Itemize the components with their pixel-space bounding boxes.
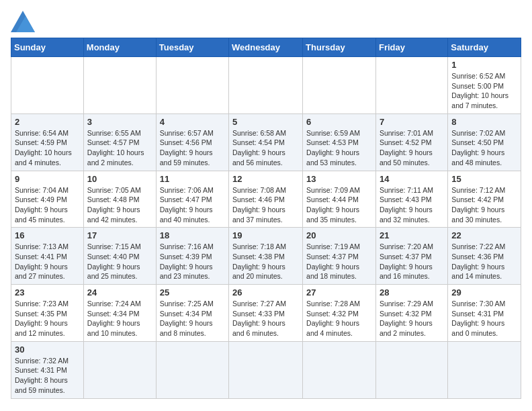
day-number: 17 [87, 230, 152, 240]
day-info: Sunrise: 7:30 AM Sunset: 4:31 PM Dayligh… [451, 299, 517, 338]
calendar-cell: 12Sunrise: 7:08 AM Sunset: 4:46 PM Dayli… [229, 171, 303, 228]
calendar-cell [375, 57, 447, 114]
calendar-cell [229, 57, 303, 114]
day-number: 16 [15, 230, 80, 240]
day-info: Sunrise: 7:08 AM Sunset: 4:46 PM Dayligh… [232, 185, 299, 225]
day-info: Sunrise: 6:58 AM Sunset: 4:54 PM Dayligh… [232, 128, 299, 168]
day-info: Sunrise: 7:13 AM Sunset: 4:41 PM Dayligh… [15, 242, 80, 281]
calendar-cell: 18Sunrise: 7:16 AM Sunset: 4:39 PM Dayli… [156, 228, 228, 285]
header-cell: Wednesday [229, 38, 303, 57]
header-cell: Thursday [303, 38, 376, 57]
calendar-table: SundayMondayTuesdayWednesdayThursdayFrid… [11, 38, 521, 399]
calendar-cell: 28Sunrise: 7:29 AM Sunset: 4:32 PM Dayli… [375, 285, 447, 342]
day-info: Sunrise: 6:57 AM Sunset: 4:56 PM Dayligh… [160, 128, 225, 168]
day-info: Sunrise: 7:12 AM Sunset: 4:42 PM Dayligh… [451, 185, 517, 225]
header-cell: Tuesday [156, 38, 228, 57]
calendar-cell: 6Sunrise: 6:59 AM Sunset: 4:53 PM Daylig… [303, 113, 376, 171]
day-info: Sunrise: 7:02 AM Sunset: 4:50 PM Dayligh… [451, 128, 517, 168]
day-number: 18 [160, 230, 225, 240]
calendar-cell: 24Sunrise: 7:24 AM Sunset: 4:34 PM Dayli… [83, 285, 156, 342]
day-number: 22 [451, 230, 517, 240]
calendar-cell [156, 57, 228, 114]
calendar-cell: 1Sunrise: 6:52 AM Sunset: 5:00 PM Daylig… [448, 57, 521, 114]
calendar-header: SundayMondayTuesdayWednesdayThursdayFrid… [11, 38, 521, 57]
calendar-cell: 17Sunrise: 7:15 AM Sunset: 4:40 PM Dayli… [83, 228, 156, 285]
day-info: Sunrise: 7:29 AM Sunset: 4:32 PM Dayligh… [380, 299, 444, 338]
header-cell: Sunday [11, 38, 84, 57]
header-cell: Monday [83, 38, 156, 57]
day-number: 28 [380, 287, 444, 298]
day-number: 5 [232, 117, 299, 127]
day-number: 29 [451, 287, 517, 298]
calendar-cell: 3Sunrise: 6:55 AM Sunset: 4:57 PM Daylig… [83, 113, 156, 171]
day-number: 23 [15, 287, 80, 298]
day-number: 26 [232, 287, 299, 298]
day-number: 4 [160, 117, 225, 127]
day-number: 11 [160, 174, 225, 184]
calendar-row: 30Sunrise: 7:32 AM Sunset: 4:31 PM Dayli… [11, 341, 521, 398]
day-number: 13 [306, 174, 372, 184]
day-info: Sunrise: 7:05 AM Sunset: 4:48 PM Dayligh… [87, 185, 152, 225]
day-info: Sunrise: 7:20 AM Sunset: 4:37 PM Dayligh… [380, 242, 444, 281]
calendar-cell [448, 341, 521, 398]
day-number: 1 [451, 60, 517, 70]
calendar-cell: 30Sunrise: 7:32 AM Sunset: 4:31 PM Dayli… [11, 341, 84, 398]
day-number: 7 [380, 117, 444, 127]
calendar-cell: 4Sunrise: 6:57 AM Sunset: 4:56 PM Daylig… [156, 113, 228, 171]
calendar-cell: 14Sunrise: 7:11 AM Sunset: 4:43 PM Dayli… [375, 171, 447, 228]
day-number: 24 [87, 287, 152, 298]
calendar-cell: 15Sunrise: 7:12 AM Sunset: 4:42 PM Dayli… [448, 171, 521, 228]
calendar-cell [303, 57, 376, 114]
calendar-cell: 13Sunrise: 7:09 AM Sunset: 4:44 PM Dayli… [303, 171, 376, 228]
calendar-cell: 29Sunrise: 7:30 AM Sunset: 4:31 PM Dayli… [448, 285, 521, 342]
header-cell: Friday [375, 38, 447, 57]
logo [11, 11, 38, 32]
calendar-cell: 25Sunrise: 7:25 AM Sunset: 4:34 PM Dayli… [156, 285, 228, 342]
day-number: 14 [380, 174, 444, 184]
day-number: 20 [306, 230, 372, 240]
day-info: Sunrise: 6:54 AM Sunset: 4:59 PM Dayligh… [15, 128, 80, 168]
calendar-cell: 26Sunrise: 7:27 AM Sunset: 4:33 PM Dayli… [229, 285, 303, 342]
calendar-row: 9Sunrise: 7:04 AM Sunset: 4:49 PM Daylig… [11, 171, 521, 228]
day-number: 12 [232, 174, 299, 184]
calendar-row: 16Sunrise: 7:13 AM Sunset: 4:41 PM Dayli… [11, 228, 521, 285]
day-number: 9 [15, 174, 80, 184]
day-number: 10 [87, 174, 152, 184]
day-info: Sunrise: 7:18 AM Sunset: 4:38 PM Dayligh… [232, 242, 299, 281]
calendar-cell [303, 341, 376, 398]
calendar-cell: 21Sunrise: 7:20 AM Sunset: 4:37 PM Dayli… [375, 228, 447, 285]
calendar-cell [83, 341, 156, 398]
calendar-cell [156, 341, 228, 398]
calendar-cell: 23Sunrise: 7:23 AM Sunset: 4:35 PM Dayli… [11, 285, 84, 342]
day-number: 6 [306, 117, 372, 127]
day-number: 25 [160, 287, 225, 298]
day-info: Sunrise: 7:11 AM Sunset: 4:43 PM Dayligh… [380, 185, 444, 225]
day-info: Sunrise: 6:59 AM Sunset: 4:53 PM Dayligh… [306, 128, 372, 168]
day-info: Sunrise: 7:06 AM Sunset: 4:47 PM Dayligh… [160, 185, 225, 225]
day-number: 8 [451, 117, 517, 127]
day-info: Sunrise: 7:09 AM Sunset: 4:44 PM Dayligh… [306, 185, 372, 225]
calendar-cell: 19Sunrise: 7:18 AM Sunset: 4:38 PM Dayli… [229, 228, 303, 285]
calendar-row: 23Sunrise: 7:23 AM Sunset: 4:35 PM Dayli… [11, 285, 521, 342]
calendar-cell [375, 341, 447, 398]
day-number: 27 [306, 287, 372, 298]
calendar-cell: 8Sunrise: 7:02 AM Sunset: 4:50 PM Daylig… [448, 113, 521, 171]
day-info: Sunrise: 7:19 AM Sunset: 4:37 PM Dayligh… [306, 242, 372, 281]
header-row: SundayMondayTuesdayWednesdayThursdayFrid… [11, 38, 521, 57]
day-number: 3 [87, 117, 152, 127]
calendar-body: 1Sunrise: 6:52 AM Sunset: 5:00 PM Daylig… [11, 57, 521, 399]
calendar-cell: 22Sunrise: 7:22 AM Sunset: 4:36 PM Dayli… [448, 228, 521, 285]
calendar-cell [229, 341, 303, 398]
calendar-row: 1Sunrise: 6:52 AM Sunset: 5:00 PM Daylig… [11, 57, 521, 114]
day-info: Sunrise: 7:27 AM Sunset: 4:33 PM Dayligh… [232, 299, 299, 338]
day-info: Sunrise: 7:16 AM Sunset: 4:39 PM Dayligh… [160, 242, 225, 281]
day-number: 19 [232, 230, 299, 240]
calendar-cell: 9Sunrise: 7:04 AM Sunset: 4:49 PM Daylig… [11, 171, 84, 228]
day-info: Sunrise: 7:24 AM Sunset: 4:34 PM Dayligh… [87, 299, 152, 338]
day-info: Sunrise: 7:23 AM Sunset: 4:35 PM Dayligh… [15, 299, 80, 338]
day-number: 30 [15, 345, 80, 355]
calendar-cell [11, 57, 84, 114]
day-info: Sunrise: 6:52 AM Sunset: 5:00 PM Dayligh… [451, 71, 517, 111]
calendar-cell: 16Sunrise: 7:13 AM Sunset: 4:41 PM Dayli… [11, 228, 84, 285]
day-info: Sunrise: 7:25 AM Sunset: 4:34 PM Dayligh… [160, 299, 225, 338]
